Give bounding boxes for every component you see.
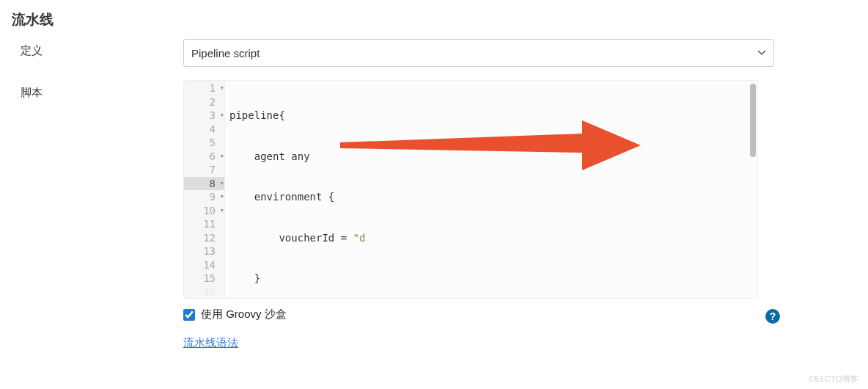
- editor-scrollbar[interactable]: [750, 84, 756, 157]
- editor-code[interactable]: pipeline{ agent any environment { vouche…: [225, 81, 750, 298]
- code-editor[interactable]: 1 2 3 4 5 6 7 8 9 10 11 12 13 14 15 16 p…: [183, 80, 758, 299]
- gutter-line: 13: [184, 244, 224, 258]
- section-title: 流水线: [0, 0, 868, 29]
- sandbox-row: 使用 Groovy 沙盒 ?: [183, 308, 758, 321]
- pipeline-syntax-link[interactable]: 流水线语法: [183, 336, 238, 350]
- gutter-line: 5: [184, 136, 224, 150]
- gutter-line: 6: [184, 150, 224, 164]
- gutter-line: 15: [184, 272, 224, 286]
- gutter-line: 7: [184, 163, 224, 177]
- groovy-sandbox-checkbox[interactable]: [183, 309, 195, 321]
- script-row: 脚本 1 2 3 4 5 6 7 8 9 10 11 12 13 14 15 1…: [0, 71, 868, 355]
- script-label: 脚本: [0, 76, 183, 100]
- watermark: ©51CTO博客: [809, 374, 859, 385]
- definition-label: 定义: [0, 34, 183, 58]
- gutter-line: 16: [184, 286, 224, 299]
- gutter-line: 1: [184, 81, 224, 95]
- editor-gutter: 1 2 3 4 5 6 7 8 9 10 11 12 13 14 15 16: [184, 81, 225, 298]
- gutter-line: 3: [184, 109, 224, 123]
- definition-select[interactable]: Pipeline script: [183, 39, 774, 67]
- groovy-sandbox-label: 使用 Groovy 沙盒: [201, 308, 287, 321]
- help-icon[interactable]: ?: [765, 309, 780, 324]
- gutter-line: 12: [184, 231, 224, 245]
- gutter-line: 4: [184, 123, 224, 137]
- gutter-line: 11: [184, 217, 224, 231]
- gutter-line: 14: [184, 258, 224, 272]
- definition-row: 定义 Pipeline script: [0, 29, 868, 71]
- gutter-line: 9: [184, 190, 224, 204]
- gutter-line: 8: [184, 177, 224, 191]
- gutter-line: 2: [184, 95, 224, 109]
- gutter-line: 10: [184, 204, 224, 218]
